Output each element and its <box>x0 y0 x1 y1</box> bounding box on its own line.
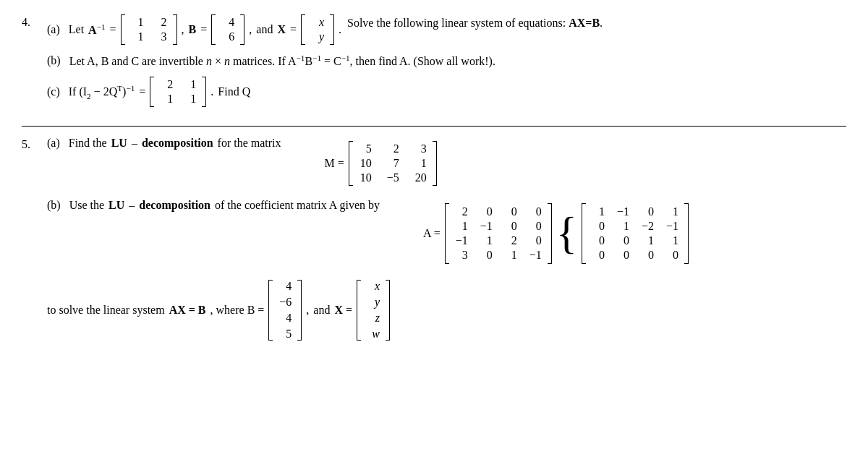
use-text: Use the <box>69 199 104 212</box>
A-label: A = <box>423 227 441 240</box>
M-label: M = <box>325 157 344 170</box>
cell: −1 <box>616 205 629 218</box>
matrix-B: 4 6 <box>211 14 244 45</box>
solve-text: Solve the following linear system of equ… <box>347 17 566 29</box>
cell: 1 <box>592 205 605 218</box>
cell: 1 <box>455 220 468 233</box>
bracket-right <box>297 280 302 341</box>
cell: w <box>367 328 380 341</box>
X-bold-5b: X = <box>334 304 352 317</box>
problem-5-row: 5. (a) Find the LU – decomposition for t… <box>22 137 846 351</box>
cell: 0 <box>529 234 542 247</box>
bracket-left <box>268 280 273 341</box>
problem-4c-line: (c) If (I2 − 2QT)−1 = 2 1 1 1 <box>47 77 250 107</box>
problem-5: 5. (a) Find the LU – decomposition for t… <box>22 137 846 351</box>
period-4c: . <box>210 85 213 98</box>
cell: 3 <box>414 142 427 155</box>
cell: 1 <box>504 249 517 262</box>
period2: . <box>600 17 603 29</box>
cell: 0 <box>592 249 605 262</box>
bracket-left <box>357 280 361 341</box>
cell: 0 <box>641 205 654 218</box>
matrix-M-grid: 5 2 3 10 7 1 10 −5 20 <box>356 141 430 186</box>
bracket-left <box>582 203 586 264</box>
text-4b: Let A, B and C are invertible n × n matr… <box>69 54 495 68</box>
cell: y <box>311 30 324 43</box>
cell: 1 <box>131 16 144 29</box>
bracket-right <box>173 14 177 45</box>
comma-5b: , <box>306 304 309 317</box>
cell: 0 <box>529 220 542 233</box>
matrix-B-5b-grid: 4 −6 4 5 <box>276 278 294 342</box>
B-bold: B <box>189 23 197 36</box>
cell: x <box>311 16 324 29</box>
cell: 10 <box>359 157 372 170</box>
and-text: and <box>256 23 273 36</box>
problem-5a-title: (a) Find the LU – decomposition for the … <box>47 137 281 150</box>
decomp-b: decomposition <box>139 199 210 212</box>
cell: 4 <box>221 16 234 29</box>
cell: 20 <box>414 171 427 184</box>
matrix-M: 5 2 3 10 7 1 10 −5 20 <box>349 141 437 186</box>
find-Q: Find Q <box>218 85 250 98</box>
cell: 0 <box>641 249 654 262</box>
matrix-A-inv: 1 2 1 3 <box>121 14 177 45</box>
cell: 0 <box>529 205 542 218</box>
solve-line-5b: to solve the linear system AX = B , wher… <box>47 278 390 345</box>
comma1: , <box>182 23 184 36</box>
cell: 6 <box>221 30 234 43</box>
problem-5b-title: (b) Use the LU – decomposition of the co… <box>47 199 380 212</box>
matrix-B-grid: 4 6 <box>218 14 237 45</box>
text-let: Let <box>69 23 84 36</box>
cell: 0 <box>616 234 629 247</box>
text-LU-b: LU <box>109 199 124 212</box>
problem-5-content: (a) Find the LU – decomposition for the … <box>47 137 846 351</box>
bracket-left <box>445 203 449 264</box>
matrix-L: 2 0 0 0 1 −1 0 0 −1 1 2 <box>445 203 552 264</box>
bracket-right <box>202 77 206 107</box>
decomp-a: decomposition <box>142 137 213 150</box>
cell: 1 <box>616 220 629 233</box>
where-B: , where B = <box>210 304 265 317</box>
problem-4b-line: (b) Let A, B and C are invertible n × n … <box>47 54 495 68</box>
cell: 2 <box>160 78 173 91</box>
problem-4: 4. (a) Let A−1 = 1 2 1 3 <box>22 14 846 116</box>
cell: 2 <box>504 234 517 247</box>
cell: 5 <box>359 142 372 155</box>
matrix-B-5b: 4 −6 4 5 <box>268 278 302 342</box>
A-inv-symbol: A−1 <box>88 22 105 37</box>
bracket-right <box>330 14 334 45</box>
bracket-right <box>386 280 390 341</box>
matrix-X: x y <box>301 14 334 45</box>
and-5b: and <box>313 304 330 317</box>
problem-5a: (a) Find the LU – decomposition for the … <box>47 137 846 193</box>
cell: 0 <box>616 249 629 262</box>
matrix-4c-grid: 2 1 1 1 <box>157 77 199 107</box>
cell: 4 <box>278 280 292 293</box>
bracket-left <box>349 141 353 186</box>
bracket-left <box>121 14 125 45</box>
cell: 7 <box>386 157 399 170</box>
text-LU-a: LU <box>111 137 127 150</box>
problem-4a-solve: Solve the following linear system of equ… <box>341 14 603 32</box>
cell: 0 <box>665 249 678 262</box>
divider <box>22 126 846 127</box>
X-bold: X <box>277 23 286 36</box>
text2-b: of the coefficient matrix A given by <box>215 199 380 212</box>
cell: −1 <box>480 220 493 233</box>
text-4c: If (I2 − 2QT)−1 <box>69 84 135 100</box>
cell: 1 <box>131 30 144 43</box>
cell: 10 <box>359 171 372 184</box>
matrix-X-grid: x y <box>308 14 327 45</box>
dash-a: – <box>132 137 137 150</box>
cell: 1 <box>665 205 678 218</box>
cell: 1 <box>160 93 173 106</box>
matrix-X-5b-grid: x y z w <box>364 278 383 342</box>
bracket-left <box>150 77 154 107</box>
bracket-right <box>240 14 244 45</box>
matrix-M-block: M = 5 2 3 10 7 1 10 −5 <box>325 141 437 189</box>
problem-4-number: 4. <box>22 14 47 29</box>
problem-4a-line1: (a) Let A−1 = 1 2 1 3 <box>47 14 341 45</box>
text-find: Find the <box>69 137 107 150</box>
problem-4-content: (a) Let A−1 = 1 2 1 3 <box>47 14 846 116</box>
